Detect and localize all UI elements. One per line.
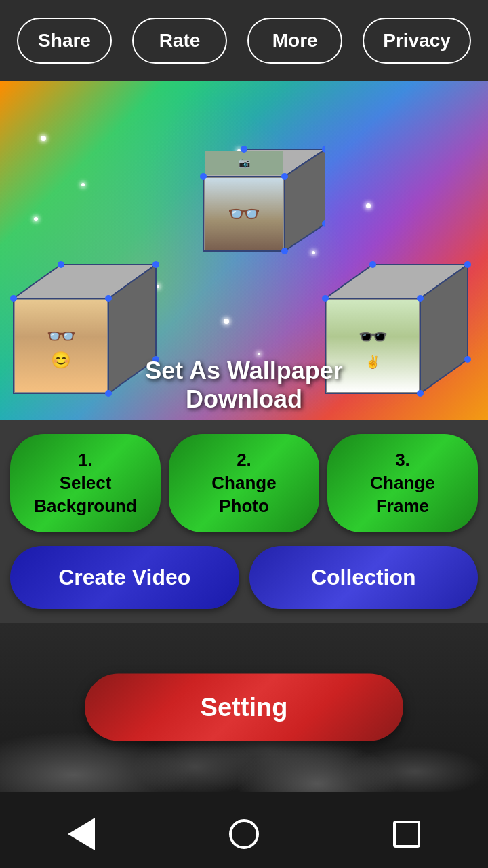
back-icon (68, 818, 95, 850)
hero-section: 👓 📷 👓 😊 (0, 81, 488, 420)
svg-point-14 (152, 261, 159, 268)
change-frame-button[interactable]: 3. ChangeFrame (327, 434, 478, 532)
step2-label: ChangePhoto (211, 473, 276, 516)
rate-button[interactable]: Rate (132, 18, 227, 64)
svg-point-6 (241, 146, 247, 153)
action-row: Create Video Collection (10, 546, 478, 609)
bottom-section: Setting (0, 623, 488, 792)
svg-point-24 (369, 261, 376, 268)
cube-top-icon: 👓 📷 (163, 108, 325, 264)
svg-point-3 (200, 173, 207, 180)
change-photo-button[interactable]: 2. ChangePhoto (169, 434, 319, 532)
sparkle (81, 183, 85, 186)
svg-point-7 (281, 248, 288, 254)
back-button[interactable] (64, 817, 98, 851)
share-button[interactable]: Share (17, 18, 112, 64)
step3-number: 3. (395, 450, 410, 470)
step1-number: 1. (78, 450, 93, 470)
navigation-bar (0, 800, 488, 868)
steps-row: 1. SelectBackground 2. ChangePhoto 3. Ch… (10, 434, 478, 532)
privacy-button[interactable]: Privacy (363, 18, 471, 64)
hero-overlay: Set As Wallpaper Download (0, 357, 488, 414)
create-video-button[interactable]: Create Video (10, 546, 239, 609)
recents-icon (393, 821, 420, 848)
svg-point-15 (58, 261, 64, 268)
home-button[interactable] (227, 817, 261, 851)
svg-point-22 (417, 295, 424, 302)
collection-button[interactable]: Collection (249, 546, 479, 609)
sparkle (366, 203, 371, 208)
middle-section: 1. SelectBackground 2. ChangePhoto 3. Ch… (0, 420, 488, 623)
more-button[interactable]: More (247, 18, 342, 64)
sparkle (41, 136, 46, 141)
svg-point-23 (464, 261, 471, 268)
step2-number: 2. (237, 450, 251, 470)
toolbar: Share Rate More Privacy (0, 0, 488, 81)
setting-button[interactable]: Setting (85, 674, 403, 741)
select-background-button[interactable]: 1. SelectBackground (10, 434, 161, 532)
svg-point-21 (322, 295, 329, 302)
svg-point-13 (105, 295, 112, 302)
wallpaper-label: Set As Wallpaper (0, 357, 488, 385)
step3-label: ChangeFrame (370, 473, 434, 516)
sparkle (224, 319, 229, 324)
svg-point-4 (281, 173, 288, 180)
sparkle (258, 353, 260, 355)
recents-button[interactable] (390, 817, 424, 851)
step1-label: SelectBackground (34, 473, 137, 516)
svg-point-12 (10, 295, 17, 302)
home-icon (229, 819, 259, 849)
download-label: Download (0, 385, 488, 414)
